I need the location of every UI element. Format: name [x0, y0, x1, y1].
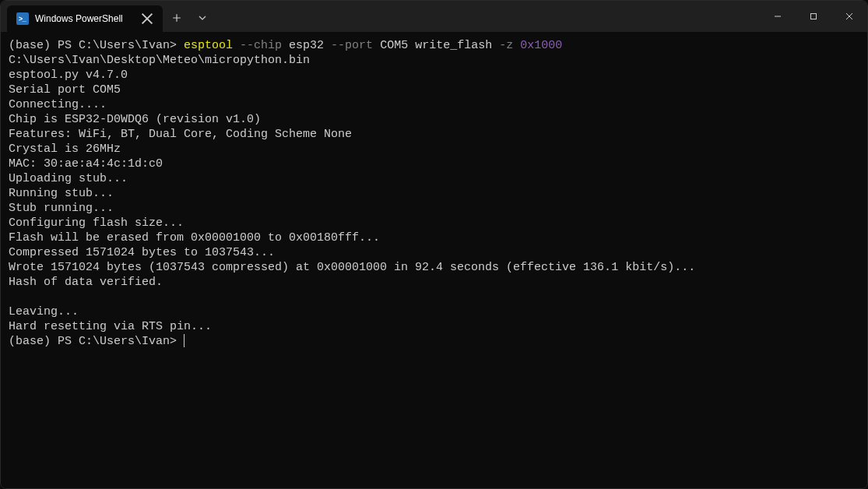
close-icon	[845, 12, 853, 20]
minimize-icon	[774, 12, 782, 20]
cmd-tool: esptool	[184, 39, 233, 52]
prompt-prefix: (base) PS C:\Users\Ivan>	[9, 39, 184, 52]
cmd-flag-z: -z	[499, 39, 513, 52]
tab-close-button[interactable]	[141, 12, 153, 25]
output-line: Uploading stub...	[9, 172, 128, 185]
plus-icon	[172, 13, 181, 23]
output-line: Connecting....	[9, 98, 107, 111]
tab-powershell[interactable]: >_ Windows PowerShell	[7, 5, 163, 32]
output-line: Wrote 1571024 bytes (1037543 compressed)…	[9, 261, 695, 274]
maximize-button[interactable]	[796, 1, 831, 32]
final-prompt: (base) PS C:\Users\Ivan>	[9, 335, 184, 348]
window-controls	[760, 1, 867, 32]
tab-label: Windows PowerShell	[35, 13, 135, 24]
output-line: Running stub...	[9, 187, 114, 200]
svg-rect-0	[811, 14, 817, 19]
cmd-address: 0x1000	[520, 39, 562, 52]
output-line: Features: WiFi, BT, Dual Core, Coding Sc…	[9, 128, 352, 141]
minimize-button[interactable]	[760, 1, 796, 32]
maximize-icon	[810, 12, 817, 20]
tab-dropdown-button[interactable]	[191, 4, 214, 32]
cmd-flag-chip: --chip	[240, 39, 282, 52]
output-line: Serial port COM5	[9, 83, 121, 97]
output-line: Hash of data verified.	[9, 276, 163, 289]
tab-strip: >_ Windows PowerShell	[1, 1, 163, 32]
output-line: esptool.py v4.7.0	[9, 69, 128, 82]
close-icon	[141, 12, 153, 25]
titlebar-drag-area[interactable]	[214, 1, 760, 32]
output-line: Compressed 1571024 bytes to 1037543...	[9, 246, 275, 259]
chevron-down-icon	[199, 16, 206, 20]
cmd-flag-port: --port	[331, 39, 373, 52]
titlebar[interactable]: >_ Windows PowerShell	[1, 1, 867, 32]
output-line: Chip is ESP32-D0WDQ6 (revision v1.0)	[9, 113, 261, 126]
output-line: Flash will be erased from 0x00001000 to …	[9, 231, 380, 244]
output-line: Crystal is 26MHz	[9, 142, 121, 156]
new-tab-button[interactable]	[163, 4, 191, 32]
terminal-window: >_ Windows PowerShell (base	[0, 0, 868, 489]
output-line: Hard resetting via RTS pin...	[9, 320, 212, 333]
close-window-button[interactable]	[831, 1, 867, 32]
terminal-content[interactable]: (base) PS C:\Users\Ivan> esptool --chip …	[1, 32, 867, 488]
output-line: Leaving...	[9, 305, 79, 318]
powershell-icon: >_	[16, 12, 29, 25]
output-line: Stub running...	[9, 202, 114, 215]
output-line: Configuring flash size...	[9, 216, 184, 230]
cursor	[184, 334, 184, 347]
output-line: MAC: 30:ae:a4:4c:1d:c0	[9, 157, 163, 171]
